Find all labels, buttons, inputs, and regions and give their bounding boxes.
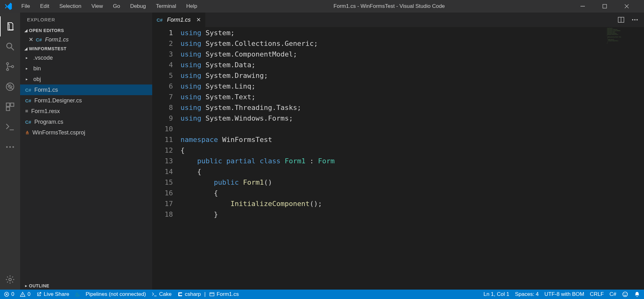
activity-search[interactable] xyxy=(0,36,20,57)
menu-go[interactable]: Go xyxy=(108,3,125,9)
tab-form1[interactable]: C# Form1.cs ✕ xyxy=(152,13,206,27)
status-pipelines[interactable]: Pipelines (not connected) xyxy=(86,291,146,297)
svg-rect-0 xyxy=(580,6,585,7)
activity-settings[interactable] xyxy=(0,269,20,290)
activity-remote[interactable] xyxy=(0,117,20,137)
minimap[interactable]: using System;using System.Collections;us… xyxy=(606,27,644,65)
project-label: WINFORMSTEST xyxy=(29,46,67,51)
tree-item-label: Program.cs xyxy=(34,119,63,125)
project-header[interactable]: ◢ WINFORMSTEST xyxy=(20,45,152,52)
svg-point-18 xyxy=(634,19,636,20)
sidebar-title: EXPLORER xyxy=(20,13,152,27)
errors-count: 0 xyxy=(11,291,14,297)
tab-bar: C# Form1.cs ✕ xyxy=(152,13,644,27)
code-area[interactable]: 123456789101112131415161718 using System… xyxy=(152,27,644,290)
csharp-file-icon: C# xyxy=(25,119,31,125)
window-title: Form1.cs - WinFormsTest - Visual Studio … xyxy=(202,3,576,9)
svg-point-25 xyxy=(623,292,628,297)
status-spaces[interactable]: Spaces: 4 xyxy=(515,291,539,297)
file-item[interactable]: C#Form1.Designer.cs xyxy=(20,95,152,106)
status-fire[interactable]: ♨ xyxy=(75,291,80,298)
close-icon[interactable]: ✕ xyxy=(28,36,34,43)
svg-rect-10 xyxy=(6,107,10,111)
tree-item-label: bin xyxy=(33,65,41,72)
folder-item[interactable]: ▸.vscode xyxy=(20,52,152,63)
menu-selection[interactable]: Selection xyxy=(54,3,86,9)
svg-point-14 xyxy=(9,278,11,281)
status-notifications[interactable] xyxy=(634,291,640,297)
csproj-file-icon: ⋔ xyxy=(25,130,29,136)
status-ln-col[interactable]: Ln 1, Col 1 xyxy=(483,291,509,297)
menu-view[interactable]: View xyxy=(86,3,108,9)
status-errors[interactable]: 0 xyxy=(4,291,14,297)
svg-point-12 xyxy=(9,146,11,148)
outline-label: OUTLINE xyxy=(29,283,49,288)
outline-header[interactable]: ▸ OUTLINE xyxy=(20,282,152,290)
tree-item-label: Form1.Designer.cs xyxy=(34,97,82,104)
activity-explorer[interactable] xyxy=(0,16,20,36)
vscode-icon xyxy=(4,2,13,11)
svg-rect-8 xyxy=(6,103,10,106)
activity-source-control[interactable] xyxy=(0,57,20,77)
open-editor-item[interactable]: ✕ C# Form1.cs xyxy=(20,34,152,45)
editor-area: C# Form1.cs ✕ 12345678910111213141516171… xyxy=(152,13,644,290)
status-eol[interactable]: CRLF xyxy=(590,291,604,297)
status-encoding[interactable]: UTF-8 with BOM xyxy=(544,291,584,297)
activity-more[interactable] xyxy=(0,137,20,157)
menu-terminal[interactable]: Terminal xyxy=(151,3,181,9)
menu-help[interactable]: Help xyxy=(181,3,202,9)
svg-rect-1 xyxy=(603,4,607,8)
status-csharp[interactable]: csharp | Form1.cs xyxy=(177,291,239,297)
csharp-file-icon: C# xyxy=(25,98,31,103)
chevron-right-icon: ▸ xyxy=(26,56,31,60)
line-gutter: 123456789101112131415161718 xyxy=(152,27,180,290)
svg-point-5 xyxy=(12,66,14,68)
status-feedback[interactable] xyxy=(622,291,628,297)
status-bar: 0 0 Live Share ♨ Pipelines (not connecte… xyxy=(0,290,644,299)
svg-point-11 xyxy=(6,146,8,148)
tree-item-label: obj xyxy=(33,76,41,83)
csharp-label: csharp xyxy=(185,291,201,297)
status-lang[interactable]: C# xyxy=(609,291,616,297)
more-actions-icon[interactable] xyxy=(631,19,638,21)
svg-point-17 xyxy=(632,19,633,20)
file-item[interactable]: C#Form1.cs xyxy=(20,84,152,95)
svg-point-2 xyxy=(7,43,12,48)
file-item[interactable]: ≡Form1.resx xyxy=(20,106,152,117)
cake-label: Cake xyxy=(159,291,172,297)
code-lines[interactable]: using System;using System.Collections.Ge… xyxy=(180,27,644,290)
status-cake[interactable]: Cake xyxy=(152,291,172,297)
file-item[interactable]: ⋔WinFormsTest.csproj xyxy=(20,127,152,138)
sidebar: EXPLORER ◢ OPEN EDITORS ✕ C# Form1.cs ◢ … xyxy=(20,13,152,290)
resx-file-icon: ≡ xyxy=(25,108,28,114)
close-icon[interactable]: ✕ xyxy=(196,16,201,23)
tree-item-label: Form1.cs xyxy=(34,87,58,93)
tree-item-label: Form1.resx xyxy=(31,108,60,115)
svg-point-19 xyxy=(636,19,638,20)
activity-extensions[interactable] xyxy=(0,97,20,117)
menu-debug[interactable]: Debug xyxy=(125,3,151,9)
tab-label: Form1.cs xyxy=(167,17,191,23)
status-live-share[interactable]: Live Share xyxy=(36,291,69,297)
file-tree: ▸.vscode▸bin▸objC#Form1.csC#Form1.Design… xyxy=(20,52,152,138)
svg-rect-23 xyxy=(210,293,214,296)
fire-icon: ♨ xyxy=(75,291,80,298)
chevron-right-icon: ▸ xyxy=(26,66,31,71)
chevron-right-icon: ▸ xyxy=(23,284,29,288)
folder-item[interactable]: ▸bin xyxy=(20,63,152,74)
maximize-button[interactable] xyxy=(602,4,615,8)
status-warnings[interactable]: 0 xyxy=(20,291,30,297)
close-button[interactable] xyxy=(625,4,637,8)
file-item[interactable]: C#Program.cs xyxy=(20,117,152,127)
menu-file[interactable]: File xyxy=(16,3,35,9)
svg-point-3 xyxy=(7,63,9,65)
menu-edit[interactable]: Edit xyxy=(35,3,54,9)
split-editor-icon[interactable] xyxy=(618,16,625,23)
minimize-button[interactable] xyxy=(580,4,593,8)
tree-item-label: .vscode xyxy=(33,55,53,61)
folder-item[interactable]: ▸obj xyxy=(20,74,152,84)
activity-debug[interactable] xyxy=(0,77,20,97)
open-editors-header[interactable]: ◢ OPEN EDITORS xyxy=(20,27,152,34)
svg-point-26 xyxy=(624,293,625,294)
chevron-down-icon: ◢ xyxy=(23,28,29,33)
